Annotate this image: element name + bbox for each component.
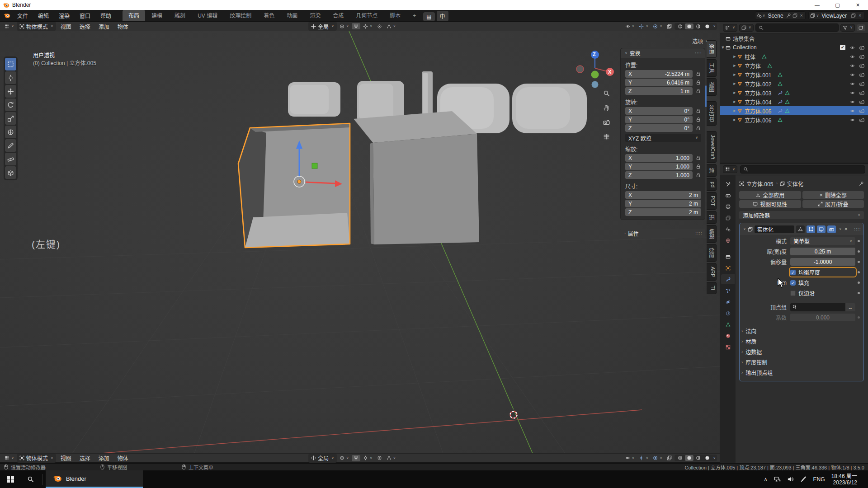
transform-field[interactable]: X1.000: [625, 154, 693, 162]
pen-icon[interactable]: [800, 476, 807, 483]
lock-icon-button[interactable]: [695, 80, 701, 85]
tool-add-cube[interactable]: [5, 166, 16, 179]
orientation-dropdown[interactable]: 全局∨: [308, 454, 337, 463]
modifier-extras-icon[interactable]: ∨: [839, 227, 842, 231]
transform-field[interactable]: X2 m: [625, 191, 701, 199]
viewport-menu-物体[interactable]: 物体: [114, 454, 132, 462]
viewlayer-selector[interactable]: ∨ ViewLayer ×: [808, 11, 864, 20]
properties-tab-tool[interactable]: [721, 179, 735, 189]
gizmo-x-label[interactable]: X: [608, 69, 611, 75]
lock-icon-button[interactable]: [695, 155, 701, 160]
orientation-dropdown[interactable]: 全局∨: [308, 22, 337, 31]
shading-solid[interactable]: [685, 455, 693, 461]
lock-icon-button[interactable]: [695, 173, 701, 178]
transform-field[interactable]: Y0°: [625, 116, 693, 123]
object-visibility-dropdown[interactable]: ∨: [623, 23, 637, 29]
transform-field[interactable]: X0°: [625, 107, 693, 115]
rim-only-checkbox[interactable]: 仅边沿: [790, 289, 855, 297]
shading-wireframe[interactable]: [676, 455, 684, 461]
volume-icon[interactable]: [787, 476, 794, 483]
workspace-tab[interactable]: 脚本: [384, 9, 406, 21]
transform-field[interactable]: X-2.5224 m: [625, 70, 693, 78]
properties-tab-particles[interactable]: [721, 286, 735, 296]
collection-checkbox[interactable]: ✓: [840, 45, 845, 50]
sidebar-tab-PDT[interactable]: PDT: [707, 192, 717, 210]
outliner-display-mode-dropdown[interactable]: ∨: [723, 24, 737, 32]
transform-field[interactable]: Y1.000: [625, 163, 693, 170]
tool-measure[interactable]: [5, 153, 16, 165]
workspace-tab[interactable]: UV 编辑: [192, 9, 223, 21]
menubar-item-1[interactable]: 编辑: [33, 10, 54, 21]
n-panel-scrollbar[interactable]: [705, 85, 707, 107]
outliner-search-input[interactable]: [755, 23, 839, 32]
apply-all-button[interactable]: 全部应用: [739, 191, 801, 199]
transform-field[interactable]: Z1.000: [625, 171, 693, 179]
tool-select-box[interactable]: [5, 58, 16, 70]
shading-rendered[interactable]: [703, 455, 712, 461]
tool-move[interactable]: [5, 85, 16, 98]
proportional-edit-toggle[interactable]: [375, 23, 384, 29]
rim-fill-checkbox[interactable]: ✓ 填充: [790, 279, 855, 286]
new-scene-button[interactable]: [791, 13, 799, 19]
checkbox-checked[interactable]: ✓: [790, 270, 796, 275]
sidebar-tab-JewelCraft[interactable]: JewelCraft: [707, 131, 717, 163]
shading-material[interactable]: [694, 23, 703, 29]
object-visibility-dropdown[interactable]: ∨: [623, 455, 637, 461]
properties-editor-type-dropdown[interactable]: ∨: [723, 165, 737, 173]
tool-rotate[interactable]: [5, 99, 16, 111]
xray-toggle[interactable]: [665, 455, 674, 461]
properties-tab-scene[interactable]: [721, 224, 735, 234]
taskbar-blender-button[interactable]: Blender: [46, 470, 143, 488]
offset-field[interactable]: -1.0000: [790, 258, 855, 266]
menubar-item-2[interactable]: 渲染: [54, 10, 75, 21]
scene-name[interactable]: Scene: [768, 13, 783, 19]
tool-cursor[interactable]: [5, 71, 16, 84]
workspace-tab[interactable]: 着色: [258, 9, 280, 21]
outliner-item[interactable]: ►立方体.005: [720, 106, 868, 115]
sidebar-tab-pd[interactable]: pd: [707, 178, 717, 191]
sidebar-tab-TI[interactable]: TI: [707, 282, 717, 294]
properties-search-input[interactable]: [740, 165, 865, 174]
remove-viewlayer-button[interactable]: ×: [857, 13, 863, 18]
clock[interactable]: 18:46 周一 2023/6/12: [831, 473, 857, 486]
toggle-realtime[interactable]: [817, 225, 826, 233]
outliner-collection[interactable]: ▼Collection✓: [720, 43, 868, 52]
sidebar-tab-3D打印[interactable]: 3D打印: [707, 101, 717, 126]
add-workspace-button[interactable]: +: [407, 11, 422, 21]
lock-icon-button[interactable]: [695, 89, 701, 94]
pan-hand-icon[interactable]: [602, 103, 610, 112]
new-viewlayer-button[interactable]: [849, 13, 857, 19]
workspace-tab[interactable]: 建模: [146, 9, 168, 21]
close-button[interactable]: ×: [848, 0, 868, 10]
sidebar-tab-拓[interactable]: 拓: [707, 211, 717, 224]
modifier-section-法向[interactable]: ›法向: [741, 326, 863, 336]
addon-tab-1[interactable]: 中: [437, 11, 448, 21]
shading-rendered[interactable]: [703, 23, 712, 29]
modifier-section-边数据[interactable]: ›边数据: [741, 347, 863, 357]
workspace-tab[interactable]: 渲染: [304, 9, 326, 21]
animate-dot[interactable]: [855, 271, 862, 273]
pivot-dropdown[interactable]: ∨: [338, 23, 351, 29]
properties-tab-physics[interactable]: [721, 297, 735, 307]
sidebar-tab-条目[interactable]: 条目: [707, 40, 717, 58]
tool-transform[interactable]: [5, 126, 16, 138]
snap-settings-dropdown[interactable]: ∨: [361, 23, 374, 29]
viewport-3d[interactable]: Z X 用户透视 (0) Collection | 立方体.005 (左键) 选…: [0, 31, 720, 453]
toggle-on-cage[interactable]: [807, 225, 815, 233]
toggle-render[interactable]: [827, 225, 836, 233]
camera-view-icon[interactable]: [602, 118, 610, 126]
lock-icon-button[interactable]: [695, 117, 701, 122]
pin-icon[interactable]: [786, 13, 791, 18]
transform-field[interactable]: Z0°: [625, 124, 693, 132]
falloff-dropdown[interactable]: ∨: [385, 455, 398, 461]
modifier-section-材质[interactable]: ›材质: [741, 337, 863, 346]
gizmo-z-label[interactable]: Z: [593, 52, 596, 57]
transform-field[interactable]: Z1 m: [625, 87, 693, 95]
outliner-item[interactable]: ►柱体: [720, 52, 868, 61]
viewport-menu-视图[interactable]: 视图: [57, 23, 75, 30]
transform-field[interactable]: Z2 m: [625, 208, 701, 216]
language-indicator[interactable]: ENG: [813, 476, 825, 483]
workspace-tab[interactable]: 纹理绘制: [224, 9, 257, 21]
drag-handle-icon[interactable]: ∷∷: [695, 231, 702, 236]
thickness-field[interactable]: 0.25 m: [790, 248, 855, 255]
